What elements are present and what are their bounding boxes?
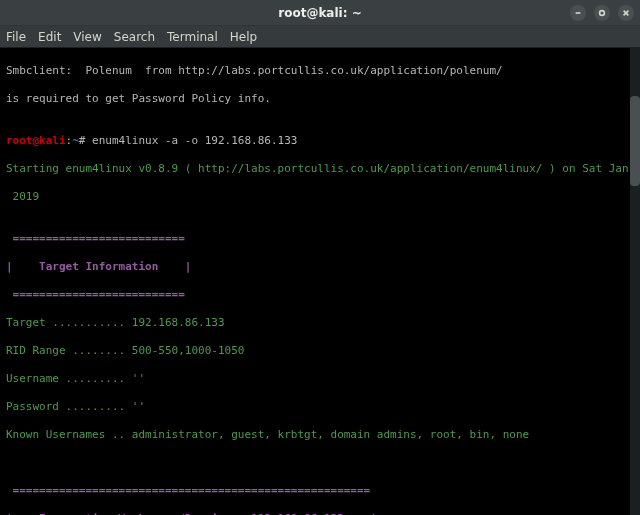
output-line: Starting enum4linux v0.8.9 ( http://labs… <box>6 162 634 176</box>
window-title: root@kali: ~ <box>278 6 361 20</box>
section-border: ========================== <box>6 288 634 302</box>
terminal-output[interactable]: Smbclient: Polenum from http://labs.port… <box>0 48 640 515</box>
scrollbar[interactable] <box>630 48 640 515</box>
section-border: ========================================… <box>6 484 634 498</box>
window-controls <box>570 5 634 21</box>
menu-search[interactable]: Search <box>114 30 155 44</box>
section-border: ========================== <box>6 232 634 246</box>
close-button[interactable] <box>618 5 634 21</box>
output-line: Known Usernames .. administrator, guest,… <box>6 428 634 442</box>
output-line: RID Range ........ 500-550,1000-1050 <box>6 344 634 358</box>
prompt-path: ~ <box>72 134 79 147</box>
menubar: File Edit View Search Terminal Help <box>0 26 640 48</box>
menu-help[interactable]: Help <box>230 30 257 44</box>
titlebar: root@kali: ~ <box>0 0 640 26</box>
minimize-icon <box>574 9 582 17</box>
maximize-button[interactable] <box>594 5 610 21</box>
minimize-button[interactable] <box>570 5 586 21</box>
prompt-user: root@kali <box>6 134 66 147</box>
maximize-icon <box>598 9 606 17</box>
output-line: Target ........... 192.168.86.133 <box>6 316 634 330</box>
menu-view[interactable]: View <box>73 30 101 44</box>
typed-command: enum4linux -a -o 192.168.86.133 <box>92 134 297 147</box>
prompt-suffix: # <box>79 134 92 147</box>
menu-edit[interactable]: Edit <box>38 30 61 44</box>
close-icon <box>622 9 630 17</box>
output-line: 2019 <box>6 190 634 204</box>
output-line: Password ......... '' <box>6 400 634 414</box>
output-line: Smbclient: Polenum from http://labs.port… <box>6 64 634 78</box>
menu-file[interactable]: File <box>6 30 26 44</box>
menu-terminal[interactable]: Terminal <box>167 30 218 44</box>
section-header: | Target Information | <box>6 260 634 274</box>
prompt-line: root@kali:~# enum4linux -a -o 192.168.86… <box>6 134 634 148</box>
scrollbar-thumb[interactable] <box>630 96 640 186</box>
svg-point-1 <box>600 10 605 15</box>
output-line: Username ......... '' <box>6 372 634 386</box>
output-line: is required to get Password Policy info. <box>6 92 634 106</box>
